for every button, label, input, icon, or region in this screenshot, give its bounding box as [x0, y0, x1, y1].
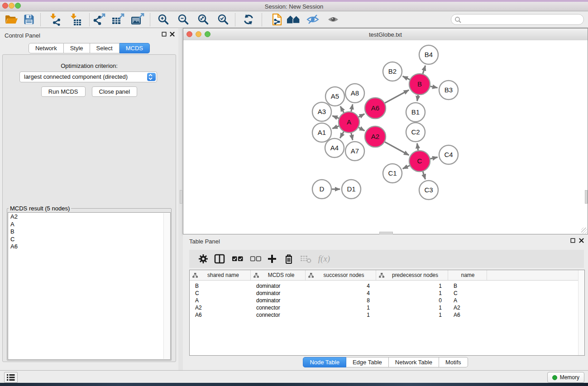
graph-node-B4[interactable]: B4	[419, 45, 438, 64]
refresh-icon[interactable]	[243, 14, 254, 25]
graph-edge-A-A3[interactable]	[332, 116, 339, 118]
column-header-MCDS-role[interactable]: MCDS role	[251, 270, 306, 280]
graph-node-A6[interactable]: A6	[365, 98, 386, 119]
deselect-all-icon[interactable]	[250, 256, 262, 262]
mcds-result-item[interactable]: A6	[8, 243, 170, 251]
task-history-button[interactable]	[4, 372, 18, 383]
graph-edge-A-A6[interactable]	[359, 114, 364, 117]
graph-node-C1[interactable]: C1	[383, 164, 402, 183]
tab-node-table[interactable]: Node Table	[303, 357, 346, 367]
graph-edge-A-A7[interactable]	[351, 133, 353, 140]
show-all-icon[interactable]	[327, 14, 339, 25]
graph-node-A5[interactable]: A5	[325, 87, 344, 106]
graph-node-C2[interactable]: C2	[406, 123, 425, 142]
graph-node-B[interactable]: B	[409, 74, 430, 95]
zoom-in-icon[interactable]	[158, 14, 170, 26]
float-panel-icon[interactable]	[570, 238, 575, 243]
graph-edge-B-B3[interactable]	[430, 86, 438, 88]
tab-network[interactable]: Network	[29, 43, 64, 53]
graph-edge-A2-C[interactable]	[385, 142, 409, 155]
vertical-splitter-handle[interactable]	[585, 190, 588, 204]
zoom-selected-icon[interactable]	[217, 14, 229, 26]
column-header-shared-name[interactable]: shared name	[190, 270, 251, 280]
graph-edge-C-C2[interactable]	[417, 143, 418, 150]
select-all-icon[interactable]	[232, 256, 244, 262]
graph-node-A[interactable]: A	[339, 112, 359, 133]
graph-edge-B-B4[interactable]	[423, 66, 425, 74]
delete-column-icon[interactable]	[284, 253, 294, 264]
mcds-result-item[interactable]: A	[8, 221, 170, 229]
graph-node-A4[interactable]: A4	[325, 138, 344, 157]
table-row[interactable]: A6connector11A6	[190, 311, 584, 319]
graph-edge-C-C1[interactable]	[403, 166, 410, 169]
graph-edge-A-A8[interactable]	[351, 104, 353, 111]
table-row[interactable]: Cdominator41C	[190, 290, 584, 297]
export-network-icon[interactable]	[92, 13, 106, 26]
mcds-result-item[interactable]: C	[8, 236, 170, 243]
first-neighbors-icon[interactable]	[287, 14, 300, 25]
resize-grip[interactable]	[581, 228, 587, 234]
zoom-out-icon[interactable]	[177, 14, 190, 26]
graph-node-B2[interactable]: B2	[383, 62, 402, 81]
graph-node-C3[interactable]: C3	[419, 181, 438, 200]
zoom-fit-icon[interactable]	[197, 14, 210, 26]
tab-motifs[interactable]: Motifs	[439, 357, 468, 367]
tab-style[interactable]: Style	[64, 43, 90, 53]
delete-table-icon[interactable]	[300, 254, 312, 263]
mcds-result-item[interactable]: B	[8, 228, 170, 236]
table-row[interactable]: Adominator80A	[190, 297, 584, 304]
search-field[interactable]	[451, 14, 584, 25]
clone-network-icon[interactable]	[271, 13, 283, 26]
network-window-titlebar[interactable]: testGlobe.txt	[183, 29, 588, 41]
graph-edge-A-A4[interactable]	[340, 132, 344, 138]
import-table-icon[interactable]	[69, 13, 81, 26]
column-header-name[interactable]: name	[448, 270, 487, 280]
settings-gear-icon[interactable]	[198, 253, 209, 264]
criterion-dropdown[interactable]: largest connected component (directed)	[19, 71, 157, 82]
add-column-icon[interactable]	[267, 253, 277, 264]
import-network-icon[interactable]	[48, 13, 61, 26]
graph-edge-A6-B[interactable]	[385, 90, 409, 103]
tab-mcds[interactable]: MCDS	[120, 43, 150, 53]
graph-node-A1[interactable]: A1	[312, 123, 331, 142]
graph-node-D1[interactable]: D1	[342, 180, 361, 199]
export-table-icon[interactable]	[111, 13, 125, 26]
toggle-panes-icon[interactable]	[214, 254, 225, 264]
graph-node-D[interactable]: D	[312, 180, 331, 199]
float-panel-icon[interactable]	[162, 32, 167, 37]
tab-edge-table[interactable]: Edge Table	[346, 357, 389, 367]
network-canvas[interactable]: B4B2BB3A8A5A6B1A3AC2A1A2A4A7C4CC1C3DD1	[183, 40, 588, 234]
graph-node-B3[interactable]: B3	[439, 81, 458, 100]
mcds-result-item[interactable]: A2	[8, 213, 170, 221]
column-header-predecessor-nodes[interactable]: predecessor nodes	[376, 270, 448, 280]
graph-node-A7[interactable]: A7	[345, 142, 364, 161]
table-row[interactable]: Bdominator41B	[190, 282, 584, 290]
open-session-icon[interactable]	[5, 14, 18, 25]
graph-edge-B-B1[interactable]	[417, 95, 418, 101]
graph-node-A3[interactable]: A3	[312, 102, 331, 121]
vertical-splitter-handle[interactable]	[180, 190, 182, 204]
graph-edge-C-C4[interactable]	[430, 157, 437, 159]
hide-selected-icon[interactable]	[306, 14, 319, 25]
export-image-icon[interactable]	[131, 13, 144, 26]
graph-node-A2[interactable]: A2	[365, 126, 386, 147]
graph-node-C4[interactable]: C4	[439, 145, 458, 164]
table-scrollbar[interactable]	[578, 270, 584, 355]
close-panel-icon[interactable]	[579, 238, 584, 243]
run-mcds-button[interactable]: Run MCDS	[41, 86, 86, 97]
graph-edge-A-A5[interactable]	[340, 106, 344, 113]
close-panel-button[interactable]: Close panel	[92, 86, 138, 97]
graph-edge-A-A1[interactable]	[332, 126, 339, 129]
close-panel-icon[interactable]	[170, 32, 175, 37]
graph-edge-B-B2[interactable]	[403, 76, 410, 80]
result-scrollbar[interactable]	[163, 213, 170, 359]
table-row[interactable]: A2connector11A2	[190, 304, 584, 311]
graph-node-C[interactable]: C	[409, 151, 430, 172]
graph-edge-C-C3[interactable]	[423, 172, 425, 179]
tab-network-table[interactable]: Network Table	[389, 357, 439, 367]
save-session-icon[interactable]	[24, 14, 35, 25]
mcds-result-list[interactable]: A2ABCA6	[8, 212, 171, 360]
graph-edge-A-A2[interactable]	[359, 128, 364, 131]
column-header-successor-nodes[interactable]: successor nodes	[306, 270, 376, 280]
graph-node-B1[interactable]: B1	[406, 103, 425, 122]
